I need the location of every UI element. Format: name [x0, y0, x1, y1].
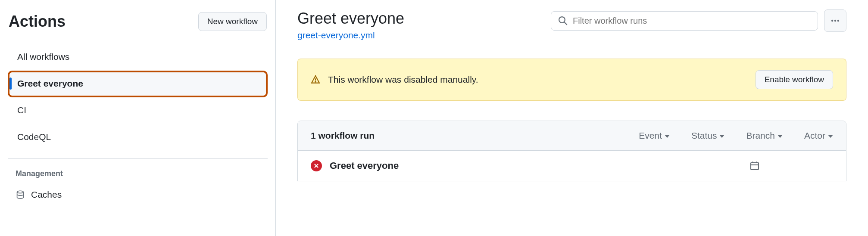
sidebar-item-ci[interactable]: CI	[9, 99, 266, 121]
caret-down-icon	[665, 135, 670, 138]
kebab-icon	[831, 16, 840, 25]
enable-workflow-button[interactable]: Enable workflow	[756, 70, 833, 89]
kebab-menu-button[interactable]	[824, 9, 846, 32]
main-content: Greet everyone greet-everyone.yml	[276, 0, 868, 236]
main-header: Greet everyone greet-everyone.yml	[297, 9, 846, 40]
workflow-file-link[interactable]: greet-everyone.yml	[297, 30, 375, 40]
database-icon	[16, 190, 25, 199]
run-row[interactable]: Greet everyone	[298, 151, 846, 181]
management-section-title: Management	[8, 169, 268, 185]
header-controls	[551, 9, 846, 32]
workflow-title: Greet everyone	[297, 9, 404, 28]
filter-status-label: Status	[691, 130, 717, 141]
caches-label: Caches	[31, 189, 62, 200]
run-title: Greet everyone	[330, 160, 742, 171]
search-box[interactable]	[551, 11, 818, 31]
filter-actor[interactable]: Actor	[804, 130, 833, 141]
sidebar-item-codeql[interactable]: CodeQL	[9, 126, 266, 148]
sidebar: Actions New workflow All workflows Greet…	[0, 0, 276, 236]
search-input[interactable]	[573, 16, 811, 26]
filter-actor-label: Actor	[804, 130, 825, 141]
svg-point-2	[831, 20, 833, 22]
svg-rect-9	[751, 163, 759, 170]
svg-point-4	[837, 20, 839, 22]
runs-header: 1 workflow run Event Status Branch	[298, 121, 846, 151]
sidebar-item-greet-everyone[interactable]: Greet everyone	[9, 72, 266, 95]
new-workflow-button[interactable]: New workflow	[198, 12, 267, 31]
filter-event[interactable]: Event	[639, 130, 670, 141]
sidebar-divider	[8, 158, 268, 159]
sidebar-title: Actions	[9, 12, 66, 31]
filter-status[interactable]: Status	[691, 130, 725, 141]
caret-down-icon	[828, 135, 833, 138]
runs-count: 1 workflow run	[311, 130, 639, 141]
svg-point-3	[834, 20, 836, 22]
flash-left: This workflow was disabled manually.	[311, 75, 478, 85]
workflow-list: All workflows Greet everyone CI CodeQL	[8, 44, 268, 151]
caret-down-icon	[719, 135, 724, 138]
filter-event-label: Event	[639, 130, 662, 141]
runs-box: 1 workflow run Event Status Branch	[297, 121, 846, 181]
x-circle-fill-icon	[311, 160, 322, 171]
calendar-icon	[749, 161, 760, 171]
sidebar-item-all-workflows[interactable]: All workflows	[9, 46, 266, 68]
filter-branch[interactable]: Branch	[746, 130, 783, 141]
sidebar-header: Actions New workflow	[8, 12, 268, 40]
filter-group: Event Status Branch Actor	[639, 130, 833, 141]
svg-line-1	[564, 22, 567, 25]
disabled-flash: This workflow was disabled manually. Ena…	[297, 59, 846, 101]
sidebar-item-caches[interactable]: Caches	[8, 185, 268, 204]
title-block: Greet everyone greet-everyone.yml	[297, 9, 404, 40]
alert-icon	[311, 75, 320, 84]
svg-point-0	[559, 17, 565, 23]
svg-point-6	[315, 81, 316, 82]
caret-down-icon	[777, 135, 783, 138]
search-icon	[558, 16, 568, 25]
flash-text: This workflow was disabled manually.	[328, 75, 478, 85]
filter-branch-label: Branch	[746, 130, 775, 141]
